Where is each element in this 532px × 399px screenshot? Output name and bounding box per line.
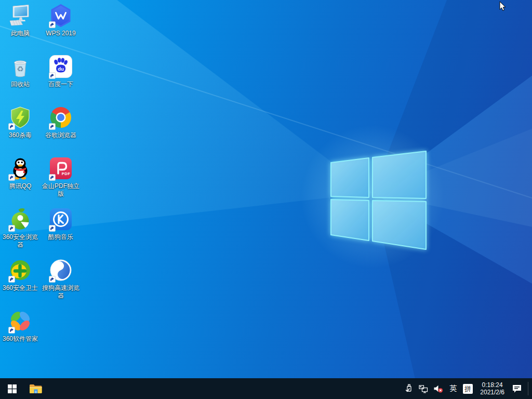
wps-2019-icon [48,3,73,28]
recycle-bin-icon: ♻ [8,54,33,79]
svg-text:PDF: PDF [62,171,71,176]
desktop-icon-360-antivirus[interactable]: 360杀毒 [1,105,40,139]
desktop-background[interactable]: 此电脑 WPS 2019 [0,0,532,378]
shortcut-arrow-icon [8,123,15,130]
shortcut-arrow-icon [8,327,15,334]
shortcut-arrow-icon [49,225,56,232]
desktop-icon-360-software-manager[interactable]: 360软件管家 [1,309,40,343]
shortcut-arrow-icon [49,72,56,79]
baidu-paw-icon: du [48,54,73,79]
volume-muted-tray-icon[interactable] [431,378,446,399]
desktop-icon-label: 金山PDF独立版 [41,182,81,198]
desktop-icon-360-browser[interactable]: 360安全浏览器 [1,207,40,249]
usb-device-tray-icon[interactable] [402,378,416,399]
shortcut-arrow-icon [8,276,15,283]
desktop-icon-label: 酷狗音乐 [41,233,81,241]
language-indicator[interactable]: 英 [446,378,460,399]
ime-pinyin-badge: 拼 [463,384,473,394]
desktop-icon-chrome[interactable]: 谷歌浏览器 [41,105,81,139]
system-tray: 英 拼 0:18:24 2021/2/6 [402,378,532,399]
shortcut-arrow-icon [49,276,56,283]
desktop-icon-tencent-qq[interactable]: 腾讯QQ [1,156,40,190]
ime-indicator[interactable]: 拼 [460,378,475,399]
desktop-icon-label: WPS 2019 [41,30,81,37]
desktop-icon-kugou[interactable]: 酷狗音乐 [41,207,81,241]
desktop-icon-recycle-bin[interactable]: ♻ 回收站 [1,54,40,88]
desktop-icon-label: 回收站 [1,81,40,88]
clock-date: 2021/2/6 [480,389,504,396]
desktop-icon-label: 百度一下 [41,81,81,88]
action-center-button[interactable] [509,378,525,399]
desktop-icon-label: 搜狗高速浏览器 [41,284,81,300]
desktop-icon-sogou[interactable]: 搜狗高速浏览器 [41,258,81,300]
start-button[interactable] [0,378,24,399]
desktop-icon-label: 360安全浏览器 [1,233,40,249]
desktop-icon-label: 360安全卫士 [1,284,40,292]
desktop-icon-label: 此电脑 [1,30,40,37]
desktop-icon-360-safeguard[interactable]: 360安全卫士 [1,258,40,292]
pdf-icon: PDF [48,156,73,181]
shield-lightning-icon [8,105,33,130]
svg-text:♻: ♻ [17,64,23,74]
desktop-icon-label: 360软件管家 [1,335,40,343]
sogou-s-icon [48,258,73,283]
screen: 此电脑 WPS 2019 [0,0,532,399]
network-tray-icon[interactable] [416,378,431,399]
green-e-browser-icon [8,207,33,232]
kugou-k-icon [48,207,73,232]
desktop-icon-label: 谷歌浏览器 [41,131,81,139]
desktop-icon-this-pc[interactable]: 此电脑 [1,3,40,37]
green-plus-circle-icon [8,258,33,283]
four-petal-pinwheel-icon [8,309,33,334]
desktop-icon-label: 腾讯QQ [1,182,40,190]
shortcut-arrow-icon [8,225,15,232]
desktop-icon-baidu[interactable]: du 百度一下 [41,54,81,88]
taskbar: 英 拼 0:18:24 2021/2/6 [0,378,532,399]
shortcut-arrow-icon [49,174,56,181]
desktop-icon-wps-2019[interactable]: WPS 2019 [41,3,81,37]
show-desktop-button[interactable] [528,378,532,399]
desktop-icon-kingsoft-pdf[interactable]: PDF 金山PDF独立版 [41,156,81,198]
shortcut-arrow-icon [8,174,15,181]
windows-start-icon [8,384,17,393]
action-center-icon [512,384,522,393]
shortcut-arrow-icon [49,21,56,28]
svg-text:du: du [58,66,64,72]
file-explorer-button[interactable] [24,378,48,399]
file-explorer-icon [29,383,43,394]
qq-penguin-icon [8,156,33,181]
this-pc-icon [8,3,33,28]
chrome-icon [48,105,73,130]
desktop-icon-label: 360杀毒 [1,131,40,139]
clock[interactable]: 0:18:24 2021/2/6 [475,378,509,399]
clock-time: 0:18:24 [482,381,503,389]
shortcut-arrow-icon [49,123,56,130]
